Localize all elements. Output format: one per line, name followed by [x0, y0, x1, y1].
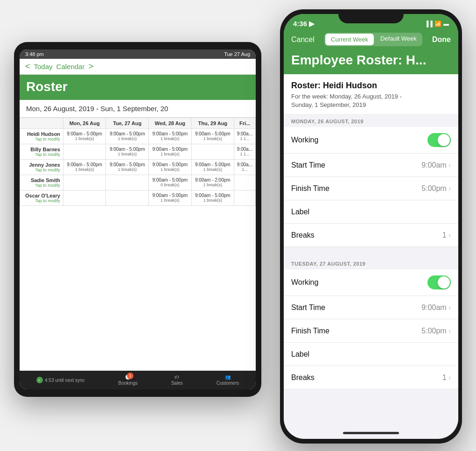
table-row[interactable]: Billy Barnes Tap to modify 9:00am - 5:00… [20, 144, 256, 160]
start-time-row-tuesday[interactable]: Start Time 9:00am › [284, 296, 458, 319]
shift-fri[interactable]: 9:00a...1 1... [234, 129, 256, 144]
employee-name-cell[interactable]: Billy Barnes Tap to modify [20, 144, 63, 160]
shift-wed[interactable]: 9:00am - 5:00pm1 break(s) [148, 144, 191, 160]
shift-thu[interactable]: 9:00am - 5:00pm1 break(s) [191, 190, 234, 206]
customers-icon: 👥 [225, 374, 231, 380]
current-week-button[interactable]: Current Week [325, 34, 374, 45]
week-toggle: Current Week Default Week [324, 33, 422, 46]
finish-time-text-tuesday: 5:00pm [421, 327, 446, 335]
default-week-button[interactable]: Default Week [375, 33, 422, 46]
done-button[interactable]: Done [432, 35, 451, 44]
col-name [20, 118, 63, 129]
shift-tue[interactable] [106, 190, 149, 206]
label-row-monday[interactable]: Label [284, 200, 458, 224]
employee-name-cell[interactable]: Oscar O'Leary Tap to modify [20, 190, 63, 206]
roster-table: Mon, 26 Aug Tue, 27 Aug Wed, 28 Aug Thu,… [20, 118, 256, 371]
chevron-icon: › [448, 303, 451, 312]
day-header-monday: MONDAY, 26 AUGUST, 2019 [284, 114, 458, 127]
tablet-header: Roster [20, 75, 256, 100]
tap-to-modify[interactable]: Tap to modify [22, 137, 60, 141]
cancel-button[interactable]: Cancel [291, 35, 315, 44]
shift-mon[interactable] [63, 175, 106, 190]
table-row[interactable]: Sadie Smith Tap to modify 9:00am - 5:00p… [20, 175, 256, 190]
col-tue: Tue, 27 Aug [106, 118, 149, 129]
shift-fri[interactable] [234, 175, 256, 190]
shift-fri[interactable]: 9:00a...1 1... [234, 144, 256, 160]
finish-time-label-monday: Finish Time [291, 184, 329, 193]
start-time-row-monday[interactable]: Start Time 9:00am › [284, 154, 458, 177]
tap-to-modify[interactable]: Tap to modify [22, 183, 60, 188]
roster-week-range: For the week: Monday, 26 August, 2019 -S… [291, 92, 451, 109]
breaks-value-tuesday: 1 › [442, 373, 451, 382]
shift-thu[interactable]: 9:00am - 5:00pm1 break(s) [191, 129, 234, 144]
chevron-icon: › [448, 327, 451, 335]
shift-tue[interactable]: 9:00am - 5:00pm1 break(s) [106, 129, 149, 144]
table-row[interactable]: Heidi Hudson Tap to modify 9:00am - 5:00… [20, 129, 256, 144]
employee-name-cell[interactable]: Heidi Hudson Tap to modify [20, 129, 63, 144]
shift-mon[interactable] [63, 144, 106, 160]
shift-wed[interactable]: 9:00am - 5:00pm1 break(s) [148, 129, 191, 144]
working-label-monday: Working [291, 136, 318, 144]
phone-nav-bar: Cancel Current Week Default Week Done [284, 31, 458, 50]
bookings-tab[interactable]: 🕐 1 Bookings [119, 374, 138, 386]
sales-icon: 🏷 [175, 374, 179, 380]
employee-name-cell[interactable]: Sadie Smith Tap to modify [20, 175, 63, 190]
nav-back-arrow[interactable]: < [25, 62, 30, 71]
roster-info: Roster: Heidi Hudson For the week: Monda… [284, 74, 458, 114]
working-toggle-tuesday[interactable] [427, 275, 451, 289]
shift-wed[interactable]: 9:00am - 5:00pm1 break(s) [148, 160, 191, 175]
working-toggle-row-monday[interactable]: Working [284, 127, 458, 154]
tablet-bottom-bar: ✓ 4:53 until next sync 🕐 1 Bookings 🏷 Sa… [20, 371, 256, 389]
home-indicator [284, 429, 458, 439]
shift-mon[interactable]: 9:00am - 5:00pm1 break(s) [63, 129, 106, 144]
col-mon: Mon, 26 Aug [63, 118, 106, 129]
employee-name-cell[interactable]: Jenny Jones Tap to modify [20, 160, 63, 175]
finish-time-row-tuesday[interactable]: Finish Time 5:00pm › [284, 319, 458, 343]
shift-thu[interactable] [191, 144, 234, 160]
breaks-row-tuesday[interactable]: Breaks 1 › [284, 366, 458, 389]
tablet-title: Roster [26, 79, 68, 94]
start-time-text-tuesday: 9:00am [421, 303, 446, 312]
col-wed: Wed, 28 Aug [148, 118, 191, 129]
col-fri: Fri... [234, 118, 256, 129]
nav-forward-arrow[interactable]: > [88, 62, 93, 71]
customers-tab[interactable]: 👥 Customers [217, 374, 239, 386]
label-row-tuesday[interactable]: Label [284, 343, 458, 366]
working-toggle-row-tuesday[interactable]: Working [284, 269, 458, 296]
tablet-nav: < Today Calendar > [20, 59, 256, 75]
wifi-icon: 📶 [434, 21, 441, 27]
tablet-date: Tue 27 Aug [224, 51, 250, 57]
finish-time-row-monday[interactable]: Finish Time 5:00pm › [284, 177, 458, 200]
shift-tue[interactable] [106, 175, 149, 190]
table-row[interactable]: Oscar O'Leary Tap to modify 9:00am - 5:0… [20, 190, 256, 206]
tap-to-modify[interactable]: Tap to modify [22, 168, 60, 172]
employee-name: Heidi Hudson [22, 131, 60, 137]
shift-thu[interactable]: 9:00am - 5:00pm1 break(s) [191, 160, 234, 175]
table-row[interactable]: Jenny Jones Tap to modify 9:00am - 5:00p… [20, 160, 256, 175]
tap-to-modify[interactable]: Tap to modify [22, 152, 60, 157]
shift-wed[interactable]: 9:00am - 5:00pm1 break(s) [148, 190, 191, 206]
shift-wed[interactable]: 9:00am - 5:00pm0 break(s) [148, 175, 191, 190]
shift-thu[interactable]: 9:00am - 2:00pm1 break(s) [191, 175, 234, 190]
working-toggle-monday[interactable] [427, 133, 451, 147]
tablet-content: Mon, 26 August, 2019 - Sun, 1 September,… [20, 100, 256, 371]
phone-body[interactable]: Roster: Heidi Hudson For the week: Monda… [284, 74, 458, 429]
sales-tab[interactable]: 🏷 Sales [171, 374, 183, 386]
breaks-row-monday[interactable]: Breaks 1 › [284, 224, 458, 247]
shift-tue[interactable]: 9:00am - 5:00pm1 break(s) [106, 144, 149, 160]
phone-page-title: Employee Roster: H... [291, 53, 451, 68]
tap-to-modify[interactable]: Tap to modify [22, 198, 60, 203]
sync-label: 4:53 until next sync [45, 378, 85, 383]
shift-fri[interactable]: 9:00a...1... [234, 160, 256, 175]
tablet-status-bar: 3:48 pm Tue 27 Aug [20, 49, 256, 59]
shift-fri[interactable] [234, 190, 256, 206]
shift-mon[interactable]: 9:00am - 5:00pm1 break(s) [63, 160, 106, 175]
shift-mon[interactable] [63, 190, 106, 206]
start-time-value-monday: 9:00am › [421, 161, 451, 169]
sync-status: ✓ 4:53 until next sync [36, 377, 85, 383]
nav-today-button[interactable]: Today [34, 63, 53, 70]
nav-calendar-button[interactable]: Calendar [56, 63, 85, 70]
employee-name: Oscar O'Leary [22, 193, 60, 198]
signal-icon: ▐▐ [425, 21, 433, 27]
shift-tue[interactable]: 9:00am - 5:00pm1 break(s) [106, 160, 149, 175]
